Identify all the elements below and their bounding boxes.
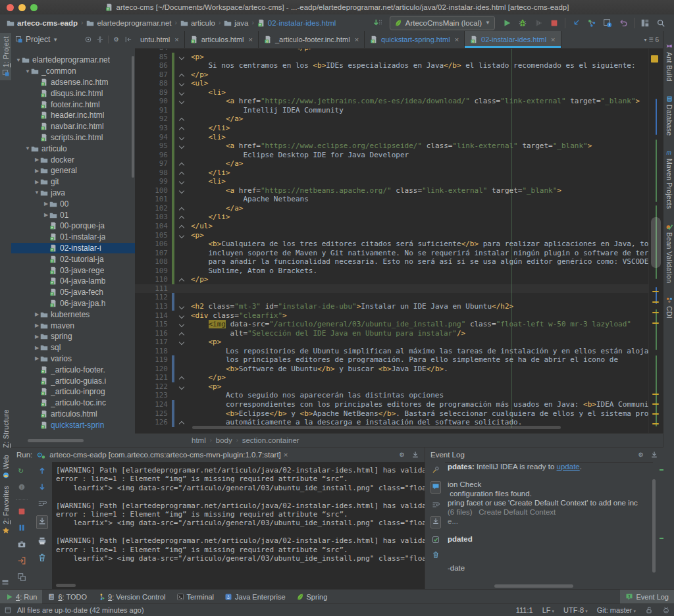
breadcrumb-item[interactable]: articulo (179, 19, 217, 27)
warning-tick[interactable] (652, 322, 659, 324)
local-history-icon[interactable] (603, 18, 612, 28)
warning-tick[interactable] (652, 301, 659, 303)
breadcrumb-item[interactable]: H02-instalar-ides.html (256, 19, 338, 27)
tree-item[interactable]: ▶ kubernetes (11, 309, 135, 320)
editor-error-stripe[interactable] (648, 31, 663, 433)
tree-hscrollbar[interactable] (28, 439, 84, 442)
line-number[interactable]: 114 (135, 311, 168, 321)
tree-item[interactable]: H header.inc.html (11, 110, 135, 121)
line-number[interactable]: 96 (135, 151, 168, 160)
stop-button[interactable] (550, 18, 559, 28)
line-number[interactable]: 110 (135, 275, 168, 284)
vcs-push-icon[interactable] (587, 18, 596, 28)
close-icon[interactable]: × (174, 36, 178, 43)
tree-item[interactable]: H 06-java-jpa.h (11, 298, 135, 309)
tree-item[interactable]: H navbar.inc.html (11, 121, 135, 132)
warning-tick[interactable] (652, 423, 659, 424)
line-number[interactable]: 121 (135, 373, 168, 382)
chevron-right-icon[interactable]: ▶ (34, 322, 40, 328)
eventlog-vscrollbar[interactable] (652, 479, 656, 573)
locate-file-icon[interactable] (84, 36, 92, 43)
editor-hscrollbar[interactable] (192, 426, 561, 429)
close-icon[interactable]: × (248, 36, 252, 43)
hidden-tabs-button[interactable]: ▾≡6 (644, 31, 663, 48)
notification-icon[interactable] (432, 482, 440, 490)
toolwindow-tab-event-log[interactable]: 3 Event Log (620, 590, 674, 604)
line-number[interactable]: 117 (135, 338, 168, 347)
project-panel-title[interactable]: Project (26, 35, 50, 44)
line-number[interactable]: 107 (135, 249, 168, 258)
line-number[interactable]: 95 (135, 141, 168, 151)
code-line[interactable]: 105 (135, 231, 648, 240)
chevron-down-icon[interactable]: ▼ (15, 57, 22, 63)
line-number[interactable]: 115 (135, 320, 168, 329)
toolwindow-tab-java-enterprise[interactable]: Java Enterprise (219, 590, 290, 604)
line-number[interactable]: 119 (135, 355, 168, 365)
chevron-down-icon[interactable]: ▼ (53, 37, 58, 43)
tree-item[interactable]: ▶ spring (11, 331, 135, 342)
line-number[interactable]: 112 (135, 293, 168, 302)
line-number[interactable]: 123 (135, 391, 168, 400)
toolwindow-tab--run[interactable]: 4: Run (0, 590, 42, 604)
chevron-down-icon[interactable]: ▼ (34, 190, 40, 195)
line-number[interactable]: 87 (135, 70, 168, 80)
mark-read-icon[interactable] (432, 536, 440, 544)
tree-item[interactable]: ▼ _common (11, 66, 135, 77)
warning-tick[interactable] (652, 291, 659, 292)
line-number[interactable]: 108 (135, 257, 168, 267)
clear-icon[interactable] (432, 551, 440, 559)
settings-wrench-icon[interactable] (432, 466, 440, 474)
editor-vscrollbar[interactable] (651, 217, 661, 268)
layout-icon[interactable] (640, 18, 650, 28)
tree-item[interactable]: H adsense.inc.htm (11, 77, 135, 88)
tree-item[interactable]: H 05-java-fech (11, 287, 135, 298)
line-number[interactable]: 116 (135, 329, 168, 338)
line-number[interactable]: 101 (135, 195, 168, 204)
chevron-down-icon[interactable]: ▼ (24, 68, 31, 74)
tree-item[interactable]: H _articulo-guias.i (11, 375, 135, 386)
chevron-right-icon[interactable]: ▶ (34, 355, 40, 361)
collapse-all-icon[interactable] (96, 36, 104, 43)
close-window-button[interactable] (7, 4, 14, 11)
hector-icon[interactable] (662, 606, 670, 614)
code-line[interactable]: 85 (135, 53, 648, 62)
detach-icon[interactable] (17, 556, 26, 565)
tree-item[interactable]: ▶ docker (11, 154, 135, 165)
tree-item[interactable]: H articulos.html (11, 409, 135, 420)
line-number[interactable]: 126 (135, 418, 168, 427)
code-line[interactable]: 112 (135, 293, 648, 302)
window-icon[interactable] (4, 606, 12, 614)
line-separator[interactable]: LF▾ (542, 606, 554, 614)
line-number[interactable]: 98 (135, 168, 168, 178)
breadcrumb-item[interactable]: section.container (242, 436, 299, 444)
hide-panel-icon[interactable] (124, 36, 132, 43)
line-number[interactable]: 104 (135, 222, 168, 231)
breadcrumb-item[interactable]: arteco-cms-eadp (5, 19, 79, 27)
thread-dump-icon[interactable] (17, 540, 26, 549)
line-number[interactable]: 99 (135, 177, 168, 186)
warning-tick[interactable] (652, 312, 659, 313)
editor[interactable]: 84 </p> 85 <p> 86 Si nos centramos en lo… (135, 31, 648, 433)
toolwindow-button-database[interactable]: Database (663, 91, 674, 139)
toolwindow-button-maven-projects[interactable]: m Maven Projects (663, 145, 674, 213)
line-number[interactable]: 86 (135, 61, 168, 70)
event-text[interactable]: Create Default Context (479, 508, 556, 516)
toolwindow-tab--todo[interactable]: 6: TODO (42, 590, 92, 604)
run-button[interactable] (502, 18, 511, 28)
close-icon[interactable]: × (355, 36, 359, 43)
sync-icon[interactable] (373, 18, 382, 28)
warning-tick[interactable] (652, 394, 659, 395)
line-number[interactable]: 91 (135, 106, 168, 115)
scroll-to-end-icon[interactable] (38, 517, 47, 526)
tree-item[interactable]: H 02-tutorial-ja (11, 253, 135, 265)
editor-tab[interactable]: H _articulo-footer.inc.html× (259, 31, 365, 48)
editor-tab[interactable]: H quickstart-spring.html× (365, 31, 465, 48)
line-number[interactable]: 102 (135, 204, 168, 213)
soft-wrap-icon[interactable] (38, 499, 47, 508)
line-number[interactable]: 90 (135, 97, 168, 106)
tree-item[interactable]: H 03-java-rege (11, 265, 135, 276)
code-line[interactable]: 111 (135, 284, 648, 294)
run-tab[interactable]: arteco-cms-eadp [com.arteco.cms:arteco-c… (49, 451, 288, 459)
close-icon[interactable]: × (455, 36, 459, 43)
breadcrumb-item[interactable]: java (222, 19, 249, 27)
